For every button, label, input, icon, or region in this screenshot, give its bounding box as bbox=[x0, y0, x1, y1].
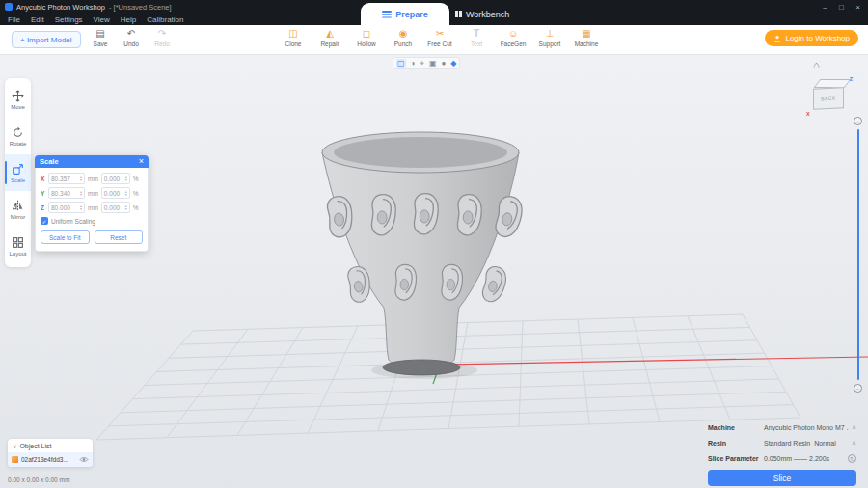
undo-button[interactable]: ↶ Undo bbox=[118, 27, 145, 47]
tab-workbench-label: Workbench bbox=[466, 10, 509, 19]
home-view-icon[interactable]: ⌂ bbox=[813, 59, 820, 70]
save-button[interactable]: ▤ Save bbox=[87, 27, 114, 47]
scale-z-pct-input[interactable]: 0.000▴▾ bbox=[101, 202, 130, 213]
resin-label: Resin bbox=[708, 440, 764, 447]
minimize-icon[interactable]: – bbox=[817, 0, 833, 14]
punch-button[interactable]: ◉ Punch bbox=[388, 27, 419, 47]
spinner-icon[interactable]: ▴▾ bbox=[80, 176, 82, 182]
object-list-item[interactable]: 02af213e4fdd3... bbox=[8, 452, 93, 467]
facegen-button[interactable]: ☺ FaceGen bbox=[498, 27, 529, 47]
machine-button[interactable]: ▦ Machine bbox=[571, 27, 602, 47]
view-cube-top-face[interactable] bbox=[813, 79, 851, 88]
menu-file[interactable]: File bbox=[8, 15, 20, 24]
scale-to-fit-button[interactable]: Scale to Fit bbox=[41, 230, 90, 244]
import-model-button[interactable]: + Import Model bbox=[12, 31, 81, 48]
uniform-scaling-checkbox[interactable]: ✓ bbox=[41, 217, 48, 225]
spinner-icon[interactable]: ▴▾ bbox=[125, 204, 127, 211]
sidebar-item-move[interactable]: Move bbox=[5, 81, 31, 118]
slice-button[interactable]: Slice bbox=[708, 470, 856, 486]
redo-button[interactable]: ↷ Redo bbox=[149, 27, 176, 47]
clone-button[interactable]: ◫ Clone bbox=[278, 27, 309, 47]
text-button[interactable]: T Text bbox=[461, 27, 492, 47]
scale-y-mm-input[interactable]: 80.340▴▾ bbox=[48, 187, 85, 199]
visibility-eye-icon[interactable] bbox=[79, 456, 89, 463]
login-button[interactable]: Login to Workshop bbox=[765, 30, 858, 46]
repair-button[interactable]: ◭ Repair bbox=[314, 27, 345, 47]
mirror-icon bbox=[12, 200, 24, 212]
scale-panel-close-icon[interactable]: × bbox=[139, 157, 144, 166]
undo-icon: ↶ bbox=[125, 27, 138, 40]
clip-view-icon[interactable]: ▣ bbox=[429, 59, 437, 68]
sidebar-item-rotate[interactable]: Rotate bbox=[5, 118, 31, 154]
anycubic-logo-icon bbox=[5, 3, 13, 11]
view-mode-toolbar: ▢ ◑ ⌖ ▣ ● ◆ bbox=[393, 57, 460, 69]
maximize-icon[interactable]: □ bbox=[833, 0, 850, 14]
spinner-icon[interactable]: ▴▾ bbox=[125, 176, 127, 182]
measure-icon[interactable]: ⌖ bbox=[420, 59, 424, 68]
sphere-view-icon[interactable]: ● bbox=[441, 59, 446, 68]
machine-row[interactable]: Machine Anycubic Photon Mono M7 ... ∧ bbox=[708, 420, 856, 435]
cup-base bbox=[383, 360, 460, 375]
slice-parameter-value: 0.050mm —— 2.200s bbox=[764, 455, 845, 462]
tab-prepare[interactable]: Prepare bbox=[361, 3, 449, 25]
spinner-icon[interactable]: ▴▾ bbox=[125, 190, 127, 197]
spinner-icon[interactable]: ▴▾ bbox=[80, 204, 82, 211]
menu-settings[interactable]: Settings bbox=[55, 15, 83, 24]
sidebar-item-layout[interactable]: Layout bbox=[5, 228, 31, 264]
zoom-in-icon[interactable]: + bbox=[854, 117, 862, 125]
spinner-icon[interactable]: ▴▾ bbox=[80, 190, 82, 197]
object-list-title: Object List bbox=[19, 443, 51, 449]
support-button[interactable]: ⊥ Support bbox=[534, 27, 565, 47]
free-cut-icon: ✂ bbox=[434, 27, 447, 40]
window-title: Anycubic Photon Workshop bbox=[16, 3, 105, 12]
move-icon bbox=[12, 90, 24, 102]
object-list-header[interactable]: ∨ Object List bbox=[8, 439, 93, 452]
transform-sidebar: Move Rotate Scale Mirror Layout bbox=[5, 78, 31, 267]
chevron-up-icon[interactable]: ∧ bbox=[852, 439, 856, 447]
menu-view[interactable]: View bbox=[94, 15, 110, 24]
scale-panel-title: Scale bbox=[40, 157, 139, 166]
material-view-icon[interactable]: ◆ bbox=[450, 59, 456, 68]
hollow-icon: ◻ bbox=[361, 27, 373, 40]
resin-value: Standard Resin_Normal bbox=[764, 440, 849, 447]
menu-help[interactable]: Help bbox=[121, 15, 136, 24]
viewport: ▢ ◑ ⌖ ▣ ● ◆ ⌂ BACK X Z + − Move bbox=[0, 55, 868, 488]
zoom-slider[interactable]: + − bbox=[853, 117, 864, 393]
zoom-out-icon[interactable]: − bbox=[854, 384, 862, 393]
shading-mode-icon[interactable]: ◑ bbox=[411, 59, 416, 68]
close-icon[interactable]: × bbox=[850, 0, 866, 14]
view-cube-front-face[interactable]: BACK bbox=[813, 87, 844, 110]
scale-panel-header[interactable]: Scale × bbox=[35, 155, 149, 168]
box-select-icon[interactable]: ▢ bbox=[396, 59, 406, 68]
dimensions-readout: 0.00 x 0.00 x 0.00 mm bbox=[8, 476, 69, 483]
scale-y-pct-input[interactable]: 0.000▴▾ bbox=[101, 187, 130, 199]
scale-row-x: X 80.357▴▾ mm 0.000▴▾ % bbox=[41, 173, 143, 184]
prepare-layers-icon bbox=[382, 11, 392, 18]
tab-workbench[interactable]: Workbench bbox=[455, 3, 509, 25]
clone-icon: ◫ bbox=[287, 27, 300, 40]
tab-prepare-label: Prepare bbox=[395, 10, 428, 19]
view-cube[interactable]: BACK X Z bbox=[808, 78, 854, 119]
scale-row-z: Z 80.000▴▾ mm 0.000▴▾ % bbox=[41, 202, 143, 213]
reset-button[interactable]: Reset bbox=[95, 230, 144, 244]
scale-x-mm-input[interactable]: 80.357▴▾ bbox=[48, 173, 85, 184]
resin-row[interactable]: Resin Standard Resin_Normal ∧ bbox=[708, 435, 856, 450]
slice-parameter-row[interactable]: Slice Parameter 0.050mm —— 2.200s ↻ bbox=[708, 450, 856, 466]
chevron-up-icon[interactable]: ∧ bbox=[852, 423, 856, 431]
uniform-scaling-label: Uniform Scaling bbox=[51, 218, 95, 225]
scale-z-mm-input[interactable]: 80.000▴▾ bbox=[48, 202, 85, 213]
sidebar-item-mirror[interactable]: Mirror bbox=[5, 191, 31, 228]
save-icon: ▤ bbox=[95, 27, 107, 40]
menu-calibration[interactable]: Calibration bbox=[147, 15, 183, 24]
user-icon bbox=[773, 35, 781, 42]
sidebar-item-scale[interactable]: Scale bbox=[5, 154, 31, 191]
zoom-track[interactable] bbox=[857, 129, 859, 380]
hollow-button[interactable]: ◻ Hollow bbox=[351, 27, 382, 47]
scale-x-pct-input[interactable]: 0.000▴▾ bbox=[101, 173, 130, 184]
slice-settings-icon[interactable]: ↻ bbox=[848, 454, 856, 463]
free-cut-button[interactable]: ✂ Free Cut bbox=[424, 27, 455, 47]
machine-label: Machine bbox=[708, 424, 764, 431]
menu-edit[interactable]: Edit bbox=[31, 15, 44, 24]
facegen-icon: ☺ bbox=[507, 27, 520, 40]
model-ear-cup[interactable] bbox=[322, 132, 524, 375]
